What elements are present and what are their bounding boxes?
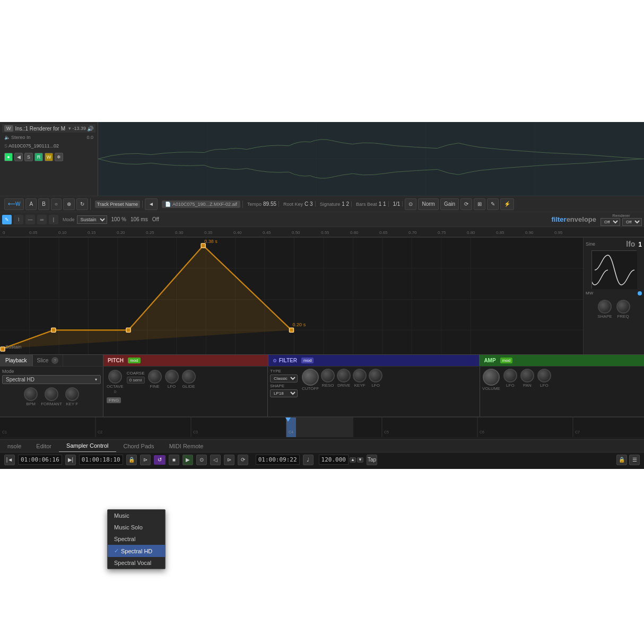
freeze-button[interactable]: ❄ (55, 153, 63, 161)
mode-dropdown-menu[interactable]: Music Music Solo Spectral ✓ Spectral HD … (107, 509, 166, 569)
mode-select[interactable]: Sustain (77, 215, 107, 224)
solo-button[interactable]: S (24, 153, 33, 161)
draw-tool-3[interactable]: — (25, 215, 35, 224)
filter-mod-badge[interactable]: mod (301, 358, 314, 363)
coarse-value[interactable]: 0 semi (127, 377, 145, 384)
lock-btn[interactable]: 🔒 (126, 455, 137, 465)
volume-knob[interactable] (483, 369, 500, 386)
envelope-area[interactable]: 0.38 s 0.20 s Sustain Sine lfo 1 (0, 238, 644, 362)
pitch-mod-badge[interactable]: mod (128, 358, 141, 363)
gain-value: 0.0 (86, 135, 93, 140)
dropdown-item-music[interactable]: Music (108, 510, 165, 521)
pan-knob[interactable] (520, 369, 534, 382)
glide-knob[interactable] (182, 370, 196, 384)
tool-t[interactable]: ⊙ (405, 198, 416, 210)
tap-tempo-btn[interactable]: Tap (367, 455, 377, 465)
keyf-filter-knob[interactable] (353, 369, 367, 382)
bpm-up-btn[interactable]: ▲ (350, 457, 356, 463)
forward-btn[interactable]: ⊳ (224, 455, 234, 465)
dropdown-arrow-icon[interactable]: ▾ (68, 126, 71, 131)
renderer-select-1[interactable]: Off (601, 218, 620, 226)
glide-group: GLIDE (182, 370, 196, 389)
keyf-knob[interactable] (65, 387, 79, 401)
draw-tool-2[interactable]: ⌇ (14, 215, 23, 224)
tab-sampler-control[interactable]: Sampler Control (59, 440, 116, 452)
svg-rect-7 (98, 122, 644, 196)
tab-editor[interactable]: Editor (29, 440, 59, 452)
tool-a[interactable]: A (25, 198, 37, 210)
bpm-knob[interactable] (24, 387, 38, 401)
amp-header: AMP mod (480, 355, 644, 366)
midi-btn[interactable]: ♩ (303, 455, 314, 465)
drive-knob[interactable] (337, 369, 351, 382)
renderer-select-2[interactable]: Off (622, 218, 642, 226)
tab-console[interactable]: nsole (0, 440, 29, 452)
cutoff-knob[interactable] (302, 369, 319, 386)
tool-fx[interactable]: ⚡ (500, 198, 514, 210)
file-path-btn[interactable]: 📄 A010C075_190...Z.MXF-02.aif (162, 201, 240, 208)
dropdown-item-spectral[interactable]: Spectral (108, 533, 165, 545)
filter-lfo-knob[interactable] (369, 369, 382, 382)
lock-icon-right[interactable]: 🔒 (616, 455, 627, 465)
svg-rect-63 (296, 417, 306, 437)
bpm-down-btn[interactable]: ▼ (357, 457, 363, 463)
back-btn[interactable]: ◁ (210, 455, 221, 465)
bookmark-btn[interactable]: ⊳ (140, 455, 151, 465)
slice-tab[interactable]: Slice ? (33, 355, 64, 366)
mode-dropdown-trigger[interactable]: Spectral HD ▾ (2, 375, 101, 384)
tool-gain[interactable]: Gain (440, 198, 459, 210)
rewind-btn[interactable]: |◄ (4, 455, 15, 465)
dropdown-item-spectral-vocal[interactable]: Spectral Vocal (108, 557, 165, 569)
amp-lfo-knob[interactable] (503, 369, 517, 382)
loop-indicator[interactable]: ↺ (154, 455, 166, 465)
nav-left[interactable]: ◄ (145, 198, 158, 210)
amp-lfo-label: LFO (506, 383, 515, 388)
preset-name-btn[interactable]: Track Preset Name (95, 201, 140, 208)
tab-midi-remote[interactable]: MIDI Remote (162, 440, 211, 452)
draw-tool-5[interactable]: | (49, 215, 58, 224)
playback-knobs: BPM FORMANT KEY F (2, 387, 101, 406)
mute-button[interactable]: ● (4, 153, 13, 161)
dropdown-item-spectral-hd[interactable]: ✓ Spectral HD (108, 545, 165, 557)
monitor-button[interactable]: ◀ (14, 153, 23, 161)
track-waveform-area[interactable] (98, 122, 644, 196)
tool-edit[interactable]: ✎ (487, 198, 499, 210)
slice-help-icon[interactable]: ? (51, 357, 58, 364)
octave-knob[interactable] (108, 370, 122, 384)
filter-shape-select[interactable]: LP18 (270, 389, 298, 397)
stop-btn[interactable]: ■ (169, 455, 179, 465)
tool-nodes[interactable]: ⊕ (63, 198, 75, 210)
mw-section: MW (586, 291, 642, 295)
settings-icon[interactable]: ☰ (629, 455, 640, 465)
tool-loop[interactable]: ⟳ (460, 198, 472, 210)
sig-label: Signature (320, 202, 341, 207)
shape-knob[interactable] (598, 300, 612, 314)
record-enable-btn[interactable]: ⊙ (196, 455, 207, 465)
playback-tab[interactable]: Playback (0, 355, 33, 366)
piano-roll-area[interactable]: C1 C2 C3 C4 C5 C6 C7 (0, 417, 644, 437)
filter-type-select[interactable]: Classic (270, 375, 298, 382)
tool-norm[interactable]: Norm (418, 198, 438, 210)
tab-chord-pads[interactable]: Chord Pads (116, 440, 162, 452)
tool-arrow[interactable]: ↻ (76, 198, 88, 210)
play-cursor-btn[interactable]: ▶| (65, 455, 76, 465)
tool-circle[interactable]: ○ (51, 198, 62, 210)
reso-knob[interactable] (321, 369, 335, 382)
play-btn[interactable]: ▶ (182, 455, 193, 465)
draw-tool-active[interactable]: ✎ (2, 215, 12, 224)
fing-badge[interactable]: FING (107, 397, 121, 403)
write-button[interactable]: W (45, 153, 53, 161)
record-button[interactable]: R (34, 153, 43, 161)
cycle-btn[interactable]: ⟳ (238, 455, 248, 465)
freq-knob[interactable] (616, 300, 630, 314)
w-button[interactable]: W (4, 125, 13, 132)
pitch-lfo-knob[interactable] (165, 370, 179, 384)
tool-b[interactable]: B (38, 198, 49, 210)
amp-lfo2-knob[interactable] (537, 369, 551, 382)
amp-mod-badge[interactable]: mod (500, 358, 513, 363)
formant-knob[interactable] (45, 387, 58, 401)
draw-tool-4[interactable]: ═ (37, 215, 47, 224)
tool-snap[interactable]: ⊞ (474, 198, 485, 210)
fine-knob[interactable] (148, 370, 162, 384)
tool-pointer[interactable]: ⟵W (4, 198, 24, 210)
